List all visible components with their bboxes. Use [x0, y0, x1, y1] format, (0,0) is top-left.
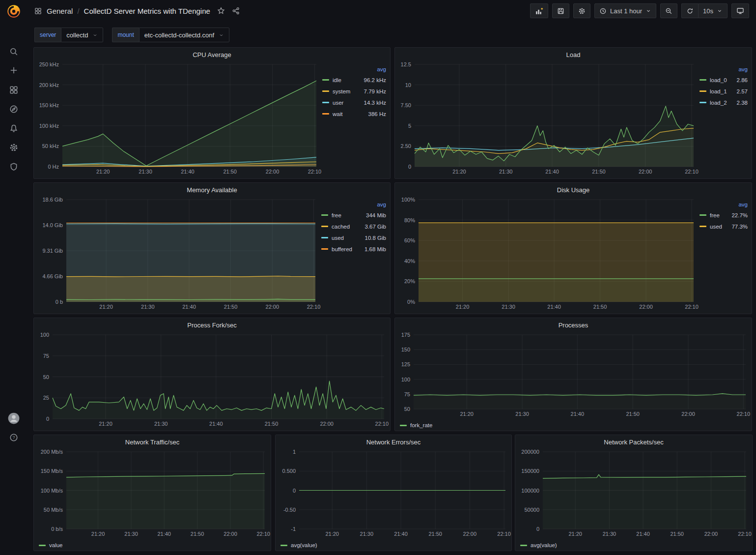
- search-icon[interactable]: [0, 42, 28, 61]
- zoom-out-button[interactable]: [660, 3, 677, 18]
- x-axis-label: 21:50: [223, 169, 237, 175]
- alerting-bell-icon[interactable]: [0, 119, 28, 138]
- save-dashboard-button[interactable]: [552, 3, 569, 18]
- chevron-down-icon: [717, 8, 723, 14]
- add-panel-button[interactable]: [530, 3, 548, 18]
- chart-network-traffic-sec[interactable]: 0 b/s50 Mb/s100 Mb/s150 Mb/s200 Mb/s21:2…: [34, 449, 271, 540]
- x-axis-label: 22:00: [224, 531, 237, 537]
- x-axis-label: 21:50: [428, 531, 442, 537]
- time-range-picker[interactable]: Last 1 hour: [594, 3, 656, 18]
- series-color-swatch: [39, 545, 46, 546]
- x-axis-label: 21:40: [545, 169, 559, 175]
- dashboard-settings-button[interactable]: [573, 3, 590, 18]
- y-axis-label: -0.50: [283, 507, 296, 513]
- help-icon[interactable]: ?: [0, 428, 28, 447]
- panel-title-disk-usage[interactable]: Disk Usage: [395, 183, 752, 197]
- chart-network-errors-sec[interactable]: -1-0.5000.500121:2021:3021:4021:5022:002…: [276, 449, 511, 540]
- chart-processes[interactable]: 507510012515017521:2021:3021:4021:5022:0…: [395, 332, 752, 420]
- x-axis-label: 22:10: [685, 304, 699, 310]
- legend-item-load_1[interactable]: load_12.57: [700, 86, 748, 97]
- grafana-logo[interactable]: [5, 3, 22, 20]
- legend-series-avg: 10.8 Gib: [365, 235, 386, 241]
- legend-item-wait[interactable]: wait386 Hz: [322, 108, 386, 119]
- legend-series-avg: 96.2 kHz: [364, 77, 386, 83]
- legend-item-free[interactable]: free344 Mib: [321, 209, 386, 221]
- legend-series-name: value: [49, 542, 63, 548]
- x-axis-label: 21:40: [209, 421, 223, 427]
- legend-item-system[interactable]: system7.79 kHz: [322, 86, 386, 97]
- chart-network-packets-sec[interactable]: 05000010000015000020000021:2021:3021:402…: [515, 449, 752, 540]
- legend-item-avg(value)[interactable]: avg(value): [280, 540, 317, 551]
- sidebar: ?: [0, 0, 28, 555]
- legend-item-load_0[interactable]: load_02.86: [700, 74, 748, 86]
- refresh-button[interactable]: [681, 3, 698, 18]
- panel-title-memory-available[interactable]: Memory Available: [34, 183, 390, 197]
- refresh-interval-picker[interactable]: 10s: [698, 3, 728, 18]
- cycle-view-mode-button[interactable]: [731, 3, 749, 18]
- configuration-gear-icon[interactable]: [0, 138, 28, 157]
- series-color-swatch: [700, 102, 706, 103]
- legend-item-used[interactable]: used10.8 Gib: [321, 232, 386, 243]
- chart-process-fork-sec[interactable]: 025507510021:2021:3021:4021:5022:0022:10: [34, 332, 390, 431]
- y-axis-label: 100 Mb/s: [41, 488, 63, 494]
- panel-title-process-fork-sec[interactable]: Process Fork/sec: [34, 318, 390, 332]
- panel-title-network-packets-sec[interactable]: Network Packets/sec: [515, 435, 752, 449]
- y-axis-label: 50 Mb/s: [44, 507, 63, 513]
- variable-server: server collectd: [34, 28, 103, 42]
- legend-item-used[interactable]: used77.3%: [700, 221, 748, 232]
- legend-item-avg(value)[interactable]: avg(value): [520, 540, 557, 551]
- create-plus-icon[interactable]: [0, 61, 28, 80]
- legend-item-load_2[interactable]: load_22.38: [700, 97, 748, 108]
- admin-shield-icon[interactable]: [0, 157, 28, 176]
- chart-memory-available[interactable]: 0 b4.66 Gib9.31 Gib14.0 Gib18.6 Gib21:20…: [34, 197, 321, 314]
- variable-value-mount[interactable]: etc-collectd-collectd.conf: [139, 28, 229, 42]
- legend-item-fork_rate[interactable]: fork_rate: [400, 420, 432, 431]
- legend-series-avg: 22.7%: [731, 212, 748, 218]
- legend-item-free[interactable]: free22.7%: [700, 209, 748, 221]
- chart-disk-usage[interactable]: 0%20%40%60%80%100%21:2021:3021:4021:5022…: [395, 197, 700, 314]
- x-axis-label: 21:40: [571, 411, 585, 417]
- legend-series-avg: 2.57: [737, 88, 748, 94]
- y-axis-label: 150000: [521, 468, 539, 474]
- legend-item-cached[interactable]: cached3.67 Gib: [321, 221, 386, 232]
- legend-series-name: user: [333, 100, 343, 106]
- series-color-swatch: [322, 90, 329, 92]
- legend-header-avg: avg: [321, 200, 386, 209]
- panel-title-processes[interactable]: Processes: [395, 318, 752, 332]
- x-axis-label: 21:30: [603, 531, 616, 537]
- legend-series-avg: 14.3 kHz: [364, 100, 386, 106]
- chart-cpu-average[interactable]: 0 Hz50 kHz100 kHz150 kHz200 kHz250 kHz21…: [34, 61, 322, 178]
- panel-title-cpu-average[interactable]: CPU Average: [34, 48, 390, 61]
- y-axis-label: 80%: [404, 217, 415, 223]
- breadcrumb-section[interactable]: General: [47, 7, 73, 15]
- variable-value-server[interactable]: collectd: [61, 28, 103, 42]
- legend-header-avg: avg: [322, 64, 386, 74]
- user-avatar[interactable]: [0, 409, 28, 428]
- y-axis-label: 100 kHz: [39, 123, 59, 129]
- grafana-dashboard: ? General / CollectD Server Metrics with…: [0, 0, 756, 555]
- y-axis-label: 150 Mb/s: [41, 468, 63, 474]
- share-icon[interactable]: [232, 7, 240, 15]
- star-icon[interactable]: [217, 7, 225, 15]
- dashboards-icon[interactable]: [0, 81, 28, 99]
- explore-compass-icon[interactable]: [0, 100, 28, 118]
- legend-series-name: wait: [333, 111, 342, 117]
- y-axis-label: 14.0 Gib: [42, 222, 63, 228]
- legend-item-user[interactable]: user14.3 kHz: [322, 97, 386, 108]
- y-axis-label: 7.50: [401, 102, 411, 108]
- panel-processes: Processes507510012515017521:2021:3021:40…: [394, 318, 752, 431]
- y-axis-label: 50000: [524, 507, 539, 513]
- series-color-swatch: [322, 102, 329, 103]
- x-axis-label: 21:30: [141, 304, 155, 310]
- panel-network-packets-sec: Network Packets/sec050000100000150000200…: [515, 435, 753, 551]
- chart-load[interactable]: 02.5057.501012.521:2021:3021:4021:5022:0…: [395, 61, 700, 178]
- panel-title-load[interactable]: Load: [395, 48, 752, 61]
- series-color-swatch: [322, 113, 329, 115]
- legend-item-buffered[interactable]: buffered1.68 Mib: [321, 243, 386, 255]
- panel-title-network-traffic-sec[interactable]: Network Traffic/sec: [34, 435, 271, 449]
- panel-title-network-errors-sec[interactable]: Network Errors/sec: [276, 435, 511, 449]
- series-color-swatch: [321, 226, 328, 227]
- legend-item-value[interactable]: value: [39, 540, 63, 551]
- legend-item-idle[interactable]: idle96.2 kHz: [322, 74, 386, 86]
- template-variables: server collectd mount etc-collectd-colle…: [34, 28, 229, 42]
